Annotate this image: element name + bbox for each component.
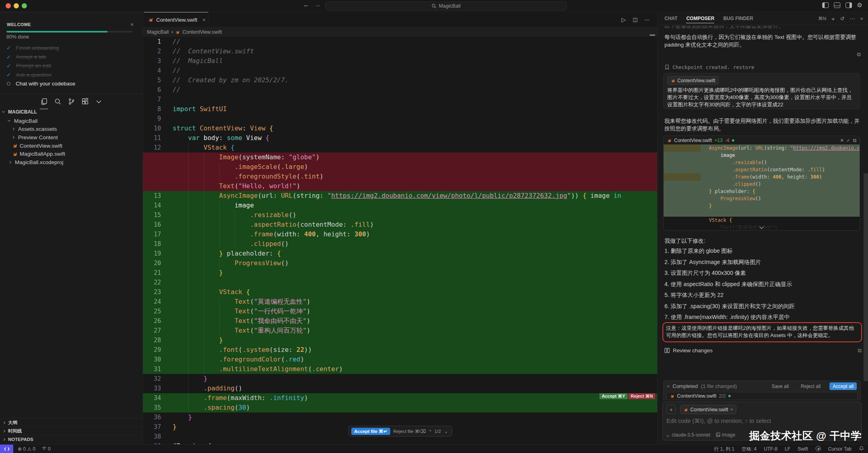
user-message-text: 将界面中的图片更换成哪吒2中的哪吒闹海的海报图，图片你自己从网络上查找，图片不要… [667, 87, 856, 108]
cursor-position[interactable]: 行 1, 列 1 [714, 446, 734, 453]
accept-file-button[interactable]: Accept file ⌘↵ [351, 428, 390, 435]
reject-file-button[interactable]: Reject file ⌘⌫ [393, 429, 426, 434]
tree-item-magicball[interactable]: MagicBall [0, 117, 143, 125]
inline-accept-button[interactable]: Accept ⌘Y [599, 393, 628, 399]
language-mode[interactable]: Swift [798, 446, 808, 452]
restore-checkpoint-button[interactable]: restore [733, 64, 754, 70]
eol[interactable]: LF [784, 446, 790, 452]
change-list-item: 7. 使用 .frame(maxWidth: .infinity) 使内容水平居… [664, 314, 858, 320]
explorer-section-header[interactable]: MAGICBALL [2, 109, 37, 115]
panel-scrollbar[interactable] [864, 173, 868, 381]
tab-contentview-swift[interactable]: ContentView.swift × [144, 12, 208, 27]
add-context-button[interactable]: + [666, 405, 676, 414]
breadcrumb[interactable]: MagicBall ContentView.swift [143, 27, 657, 37]
inline-reject-button[interactable]: Reject ⌘N [628, 393, 655, 399]
run-icon[interactable]: ▷ [621, 16, 626, 23]
welcome-close-icon[interactable]: × [130, 21, 134, 28]
sidebar-section-时间线[interactable]: 时间线 [0, 427, 143, 435]
card-reject-icon[interactable]: ✕ [840, 138, 844, 143]
toggle-right-panel-icon[interactable] [846, 2, 852, 8]
close-window-button[interactable] [6, 3, 11, 8]
swift-version-icon[interactable] [815, 446, 821, 453]
search-input[interactable]: MagicBall [325, 2, 567, 10]
card-accept-icon[interactable]: ✓ [846, 138, 850, 143]
sidebar-section-大纲[interactable]: 大纲 [0, 418, 143, 427]
attach-image-button[interactable]: Image [716, 432, 735, 438]
code-card-header: ContentView.swift +13 -4 ✕ ✓ ⧉ [664, 136, 860, 144]
composer-panel: CHATCOMPOSERBUG FINDER ⌘N + ↺ ⋯ × 以下是修改后… [657, 12, 868, 444]
new-chat-icon[interactable]: + [831, 15, 835, 22]
code-line: 25 Text("一行代码一乾坤") [143, 307, 657, 316]
encoding[interactable]: UTF-8 [764, 446, 777, 452]
gear-icon[interactable]: ⚙ [857, 2, 862, 8]
sidebar-section-notepads[interactable]: NOTEPADS [0, 435, 143, 443]
indentation[interactable]: 空格: 4 [742, 446, 756, 453]
changed-file-row[interactable]: ContentView.swift 2/2 [666, 392, 858, 400]
code-line: 6// [143, 85, 657, 95]
chip-close-icon[interactable]: × [730, 407, 733, 412]
toggle-bottom-panel-icon[interactable] [834, 2, 840, 8]
source-control-icon[interactable] [67, 95, 76, 108]
editor-more-icon[interactable]: ⋯ [644, 16, 650, 23]
tab-close-icon[interactable]: × [202, 17, 206, 23]
forward-icon[interactable]: → [314, 1, 321, 8]
welcome-task-todo[interactable]: Chat with your codebase [6, 79, 135, 88]
check-icon: ✓ [6, 71, 11, 78]
zoom-window-button[interactable] [22, 3, 27, 8]
panel-more-icon[interactable]: ⋯ [850, 16, 855, 22]
problems-status[interactable]: ⊗ 0 ⚠ 0 [18, 446, 35, 452]
reject-all-button[interactable]: Reject all [801, 384, 821, 389]
welcome-task-done[interactable]: ✓Accept a tab [6, 52, 135, 61]
prev-diff-icon[interactable]: ^ [429, 429, 431, 434]
copy-message-icon-2[interactable]: ⧉ [858, 347, 862, 354]
more-views-chevron-icon[interactable] [94, 95, 103, 108]
model-selector[interactable]: claude-3.5-sonnet [667, 432, 710, 438]
panel-close-icon[interactable]: × [860, 16, 863, 22]
code-editor[interactable]: 1//2// ContentView.swift3// MagicBall4//… [143, 37, 657, 444]
accept-all-button[interactable]: Accept all [829, 382, 857, 390]
cursor-tab-status[interactable]: Cursor Tab [828, 446, 852, 452]
panel-tab-bug-finder[interactable]: BUG FINDER [723, 16, 753, 21]
extensions-icon[interactable] [80, 95, 90, 108]
code-line: 13 AsyncImage(url: URL(string: "https://… [143, 191, 657, 201]
welcome-task-done[interactable]: ✓Ask a question [6, 70, 135, 79]
swift-file-icon [683, 407, 688, 412]
tree-item-assets-xcassets[interactable]: Assets.xcassets [0, 125, 143, 134]
panel-tab-chat[interactable]: CHAT [664, 16, 677, 21]
change-list-item: 4. 使用 aspectRatio 和 clipped 来确保图片正确显示 [664, 281, 858, 287]
remote-indicator[interactable] [0, 445, 13, 453]
save-all-button[interactable]: Save all [772, 384, 789, 389]
context-file-chip[interactable]: ContentView.swift × [680, 405, 736, 414]
user-file-chip[interactable]: ContentView.swift [667, 76, 719, 85]
explorer-icon[interactable] [39, 95, 49, 108]
search-icon [432, 4, 436, 8]
code-card-filename[interactable]: ContentView.swift [674, 138, 712, 143]
code-line: .foregroundStyle(.tint) [143, 172, 657, 181]
minimize-window-button[interactable] [14, 3, 19, 8]
tree-item-magicball-xcodeproj[interactable]: MagicBall.xcodeproj [0, 158, 143, 167]
back-icon[interactable]: ← [303, 1, 310, 8]
card-open-icon[interactable]: ⧉ [853, 138, 856, 143]
panel-tab-composer[interactable]: COMPOSER [686, 16, 714, 23]
welcome-task-done[interactable]: ✓Finish onboarding [6, 43, 135, 52]
tree-item-magicballapp-swift[interactable]: MagicBallApp.swift [0, 150, 143, 158]
tree-item-contentview-swift[interactable]: ContentView.swift [0, 142, 143, 150]
next-diff-icon[interactable]: ⌄ [444, 429, 448, 434]
review-changes-button[interactable]: Review changes [664, 347, 713, 353]
welcome-title: WELCOME [7, 22, 31, 27]
toggle-left-panel-icon[interactable] [822, 2, 829, 8]
code-line: 34 .frame(maxWidth: .infinity)Accept ⌘YR… [143, 393, 657, 403]
welcome-task-done[interactable]: ✓Prompt an edit [6, 61, 135, 70]
checkpoint-row: Checkpoint created. restore [665, 64, 754, 70]
copy-message-icon[interactable]: ⧉ [857, 51, 861, 58]
code-line: 12 VStack { [143, 143, 657, 152]
notifications-bell-icon[interactable] [859, 446, 864, 452]
completed-chevron-icon[interactable] [667, 384, 670, 387]
expand-code-chevron-icon[interactable] [760, 224, 763, 229]
ports-status[interactable]: 0 [42, 446, 51, 452]
tree-item-preview-content[interactable]: Preview Content [0, 133, 143, 142]
split-editor-icon[interactable]: ◫ [633, 16, 638, 22]
search-sidebar-icon[interactable] [53, 95, 62, 108]
code-line: 39#Preview { [143, 441, 657, 444]
history-icon[interactable]: ↺ [840, 16, 845, 22]
